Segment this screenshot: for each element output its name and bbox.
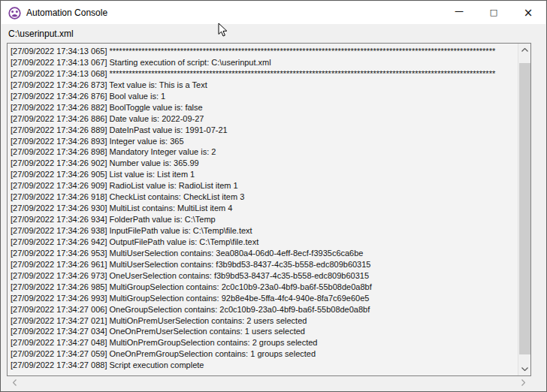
log-line: [27/09/2022 17:34:26 934] FolderPath val… [11,214,516,225]
log-line: [27/09/2022 17:34:26 918] CheckList cont… [11,191,516,203]
scroll-left-icon[interactable] [8,377,21,388]
log-line: [27/09/2022 17:34:26 886] Date value is:… [11,113,516,125]
minimize-button[interactable]: — [442,2,476,24]
log-line: [27/09/2022 17:34:13 065] **************… [11,46,516,57]
window-controls: — □ × [442,2,545,24]
app-logo-icon [8,7,21,20]
log-line: [27/09/2022 17:34:26 876] Bool value is:… [11,91,516,102]
log-line: [27/09/2022 17:34:27 021] MultiOnPremUse… [11,315,516,327]
log-line: [27/09/2022 17:34:27 059] OneOnPremGroup… [11,348,516,360]
log-lines: [27/09/2022 17:34:13 065] **************… [8,44,518,375]
log-line: [27/09/2022 17:34:26 953] MultiUserSelec… [11,248,516,259]
maximize-button[interactable]: □ [476,2,511,24]
title-bar[interactable]: Automation Console — □ × [2,2,545,24]
mouse-cursor [218,23,228,38]
log-line: [27/09/2022 17:34:26 930] MultiList cont… [11,203,516,214]
vertical-scrollbar-thumb[interactable] [519,63,530,354]
log-line: [27/09/2022 17:34:26 905] List value is:… [11,169,516,180]
maximize-icon: □ [490,8,497,17]
log-line: [27/09/2022 17:34:26 985] MultiGroupSele… [11,282,516,293]
log-line: [27/09/2022 17:34:27 048] MultiOnPremGro… [11,337,516,348]
horizontal-scrollbar[interactable] [7,377,531,388]
log-line: [27/09/2022 17:34:27 034] OneOnPremUserS… [11,326,516,337]
log-line: [27/09/2022 17:34:27 088] Script executi… [11,360,516,371]
log-line: [27/09/2022 17:34:26 902] Number value i… [11,158,516,169]
log-line: [27/09/2022 17:34:26 898] Mandatory Inte… [11,146,516,158]
log-output-textbox[interactable]: [27/09/2022 17:34:13 065] **************… [7,43,531,376]
window-title: Automation Console [26,8,107,18]
scroll-up-icon[interactable] [518,44,531,56]
scroll-down-icon[interactable] [518,363,531,375]
close-icon: × [524,6,533,20]
log-line: [27/09/2022 17:34:26 938] InputFilePath … [11,225,516,237]
log-line: [27/09/2022 17:34:26 889] DateInPast val… [11,125,516,136]
log-line: [27/09/2022 17:34:26 942] OutputFilePath… [11,237,516,248]
automation-console-window: Automation Console — □ × C:\userinput.xm… [0,0,547,392]
close-button[interactable]: × [511,2,545,24]
log-line: [27/09/2022 17:34:13 067] Starting execu… [11,57,516,68]
script-path-label: C:\userinput.xml [8,29,74,39]
log-line: [27/09/2022 17:34:26 973] OneUserSelecti… [11,270,516,282]
log-line: [27/09/2022 17:34:26 893] Integer value … [11,136,516,147]
log-line: [27/09/2022 17:34:26 909] RadioList valu… [11,180,516,191]
vertical-scrollbar[interactable] [518,44,530,375]
log-line: [27/09/2022 17:34:26 961] MultiUserSelec… [11,259,516,270]
log-line: [27/09/2022 17:34:13 068] **************… [11,68,516,80]
minimize-icon: — [455,6,464,17]
log-line: [27/09/2022 17:34:26 873] Text value is:… [11,80,516,91]
log-line: [27/09/2022 17:34:26 993] MultiGroupSele… [11,293,516,304]
log-line: [27/09/2022 17:34:26 882] BoolToggle val… [11,102,516,113]
log-line: [27/09/2022 17:34:27 006] OneGroupSelect… [11,304,516,315]
scroll-right-icon[interactable] [517,377,530,388]
